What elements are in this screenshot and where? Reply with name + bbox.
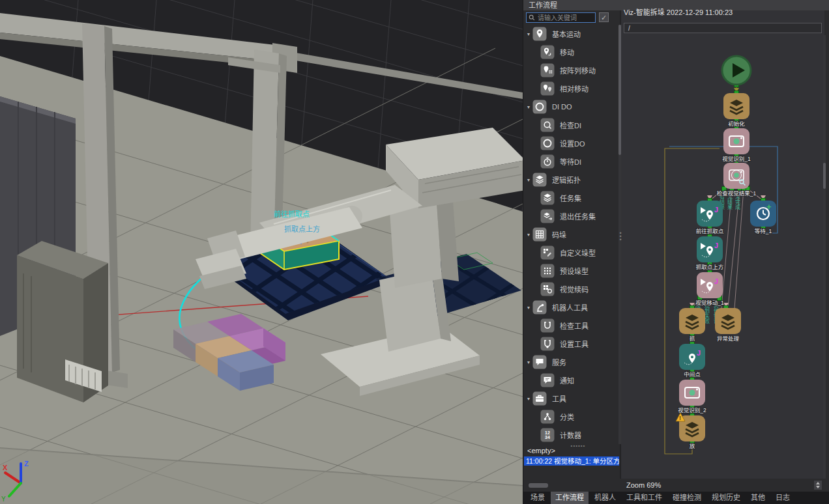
flow-node-label: 抓 xyxy=(690,335,695,342)
tree-group-row[interactable]: ▼机器人工具 xyxy=(525,298,618,316)
flow-node-label: 抓取点上方 xyxy=(696,264,724,270)
tab-item[interactable]: 其他 xyxy=(746,492,770,504)
di-check-icon xyxy=(540,118,555,132)
viewport-label-above-pick: 抓取点上方 xyxy=(284,225,320,233)
tab-item[interactable]: 机器人 xyxy=(590,492,620,504)
counter-icon: 1234 xyxy=(540,428,555,442)
toolbox-icon xyxy=(532,391,547,406)
tree-item-row[interactable]: 等待DI xyxy=(525,152,618,171)
tree-item-row[interactable]: 自定义垛型 xyxy=(525,244,618,262)
flow-node-label: 检查视觉结果_1 xyxy=(717,190,757,197)
flow-node[interactable]: 初始化 xyxy=(723,93,749,127)
tree-item-label: 任务集 xyxy=(560,193,581,203)
tree-group-row[interactable]: ▼DI DO xyxy=(525,98,618,116)
project-title: Viz-智能拆垛 2022-12-29 11:00:23 xyxy=(624,7,733,17)
tree-item-row[interactable]: 视觉续码 xyxy=(525,280,618,298)
flow-node-label: 异常处理 xyxy=(717,335,740,342)
svg-text:J: J xyxy=(714,277,718,285)
tree-item-label: 通知 xyxy=(560,375,574,385)
tree-item-label: 相对移动 xyxy=(560,83,589,94)
flow-node[interactable]: 检查视觉结果_1 xyxy=(717,163,757,197)
tree-group-row[interactable]: ▼码垛 xyxy=(525,225,618,244)
tree-group-label: 基本运动 xyxy=(552,29,581,39)
tree-item-label: 检查DI xyxy=(560,120,581,130)
chevron-down-icon[interactable]: ▼ xyxy=(525,305,532,310)
tree-item-row[interactable]: 任务集 xyxy=(525,189,618,207)
tree-item-row[interactable]: 相对移动 xyxy=(525,79,618,98)
zoom-decrease-icon[interactable] xyxy=(816,486,820,488)
axis-y-label: Y xyxy=(1,496,6,503)
flow-node[interactable]: 视觉识别_2 xyxy=(678,380,706,413)
flow-node[interactable]: J抓取点上方 xyxy=(696,236,724,270)
chevron-down-icon[interactable]: ▼ xyxy=(525,232,532,237)
flow-node[interactable]: J视觉移动_1 xyxy=(695,272,724,306)
tree-item-row[interactable]: 预设垛型 xyxy=(525,262,618,280)
tree-group-row[interactable]: ▼逻辑拓扑 xyxy=(525,171,618,189)
flow-node[interactable]: J中间点 xyxy=(679,344,705,378)
flow-node-label: 等待_1 xyxy=(755,228,772,234)
tab-item[interactable]: 碰撞检测 xyxy=(668,492,706,504)
tab-item[interactable]: 日志 xyxy=(771,492,794,504)
chevron-down-icon[interactable]: ▼ xyxy=(525,32,532,36)
flowchart-canvas[interactable]: 有结果无结果未完成成功规划失败其他错误初始化视觉识别_1检查视觉结果_1J前往抓… xyxy=(621,35,823,479)
svg-text:J: J xyxy=(714,206,718,214)
tab-active[interactable]: 工作流程 xyxy=(551,492,589,504)
tree-item-row[interactable]: 设置DO xyxy=(525,134,618,152)
zoom-stepper[interactable] xyxy=(813,480,822,490)
filter-checkbox[interactable]: ✓ xyxy=(599,12,609,22)
axis-z-label: Z xyxy=(24,460,29,468)
tab-item[interactable]: 规划历史 xyxy=(707,492,745,504)
tree-item-row[interactable]: 检查工具 xyxy=(525,316,618,335)
workflow-panel: 工作流程 ✓ ▼基本运动移动按阵列移动相对移动▼DI DO检查DI设置DO等待D… xyxy=(523,0,829,504)
tree-item-row[interactable]: 通知 xyxy=(525,371,618,389)
chevron-down-icon[interactable]: ▼ xyxy=(525,360,532,365)
tree-group-row[interactable]: ▼服务 xyxy=(525,353,618,371)
flow-node-label: 中间点 xyxy=(684,371,701,378)
chevron-down-icon[interactable]: ▼ xyxy=(525,105,532,109)
search-input[interactable] xyxy=(536,14,595,22)
svg-text:+: + xyxy=(766,202,772,212)
flow-node[interactable]: 抓 xyxy=(679,308,705,342)
step-library-tree: ▼基本运动移动按阵列移动相对移动▼DI DO检查DI设置DO等待DI▼逻辑拓扑任… xyxy=(525,25,618,444)
tree-item-row[interactable]: 检查DI xyxy=(525,116,618,134)
gripper-pin-icon xyxy=(540,337,555,351)
tree-item-row[interactable]: 按阵列移动 xyxy=(525,61,618,79)
tree-item-label: 检查工具 xyxy=(560,320,589,331)
bubble-icon xyxy=(532,355,547,369)
tab-item[interactable]: 工具和工件 xyxy=(622,492,667,504)
tree-item-row[interactable]: 退出任务集 xyxy=(525,207,618,225)
breadcrumb[interactable]: / xyxy=(624,23,822,33)
tree-item-row[interactable]: 设置工具 xyxy=(525,335,618,353)
status-log-line[interactable]: 11:00:22 视觉移动_1: 单分区方形 xyxy=(524,456,619,466)
chevron-down-icon[interactable]: ▼ xyxy=(525,397,532,401)
pin-grid-icon xyxy=(540,63,555,77)
flow-node[interactable]: 视觉识别_1 xyxy=(722,128,751,162)
flow-node[interactable]: J前往抓取点 xyxy=(696,201,724,234)
layers-exit-icon xyxy=(540,209,555,223)
flow-node[interactable]: 异常处理 xyxy=(715,308,741,342)
tab-item[interactable]: 场景 xyxy=(526,492,549,504)
tree-group-label: 码垛 xyxy=(552,229,566,240)
timer-icon xyxy=(540,154,555,169)
chevron-down-icon[interactable]: ▼ xyxy=(525,178,532,182)
tree-item-row[interactable]: 1234计数器 xyxy=(525,426,618,444)
bottom-tab-bar: 场景工作流程机器人工具和工件碰撞检测规划历史其他日志 xyxy=(523,492,829,504)
tree-group-label: DI DO xyxy=(552,103,572,111)
flow-node-label: 视觉移动_1 xyxy=(695,300,724,306)
tree-item-label: 移动 xyxy=(560,47,574,57)
application-window: 前往抓取点 抓取点上方 X Z Y 工作流程 ✓ ▼基本运动移动按阵列移动相对移… xyxy=(0,0,829,504)
zoom-slider[interactable] xyxy=(529,483,548,488)
flow-node-label: 视觉识别_2 xyxy=(678,407,706,413)
flow-node[interactable]: !放 xyxy=(676,413,705,449)
search-box[interactable] xyxy=(526,12,596,23)
tree-item-row[interactable]: 移动 xyxy=(525,43,618,61)
zoom-increase-icon[interactable] xyxy=(816,482,820,484)
flow-node-start[interactable] xyxy=(722,56,751,85)
3d-viewport[interactable]: 前往抓取点 抓取点上方 X Z Y xyxy=(0,0,523,504)
tree-item-row[interactable]: 分类 xyxy=(525,408,618,426)
tree-group-row[interactable]: ▼工具 xyxy=(525,389,618,408)
splitter-handle-horizontal[interactable]: •••••• xyxy=(565,443,591,449)
tree-group-row[interactable]: ▼基本运动 xyxy=(525,25,618,43)
flow-node[interactable]: +等待_1 xyxy=(750,201,776,234)
canvas-scrollbar[interactable] xyxy=(823,35,826,479)
